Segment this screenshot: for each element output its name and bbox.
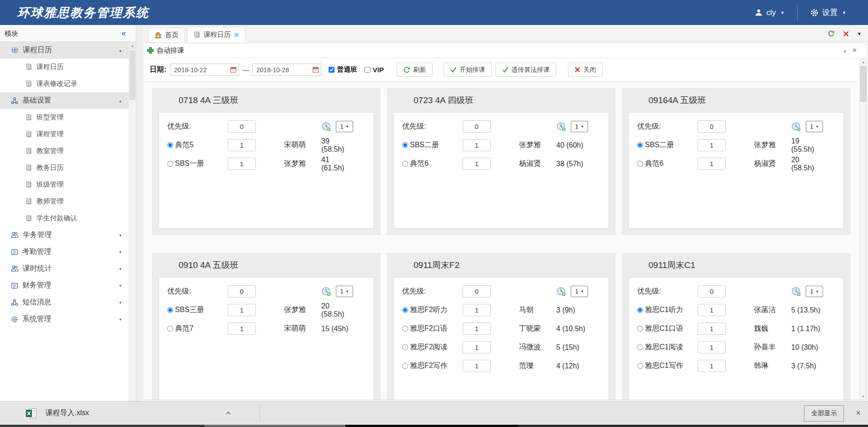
sidebar-group-3[interactable]: 学务管理 ▾ <box>0 227 136 243</box>
clock-add-icon[interactable] <box>791 122 801 132</box>
date-to-input[interactable] <box>253 66 312 74</box>
priority-input[interactable] <box>463 285 491 298</box>
download-file-name[interactable]: 课程导入.xlsx <box>45 408 89 418</box>
priority-input[interactable] <box>228 120 256 133</box>
priority-input[interactable] <box>228 285 256 298</box>
sidebar-item[interactable]: 课程管理 <box>0 126 136 143</box>
sidebar-item[interactable]: 课表修改记录 <box>0 75 136 92</box>
slot-select[interactable]: 1 ▼ <box>571 121 588 132</box>
show-all-downloads-button[interactable]: 全部显示 <box>804 405 844 422</box>
sidebar-group-6[interactable]: 财务管理 ▾ <box>0 277 136 294</box>
course-radio[interactable] <box>637 326 643 332</box>
sidebar-item[interactable]: 教室管理 <box>0 143 136 159</box>
course-count-input[interactable] <box>698 158 726 170</box>
sidebar-item[interactable]: 课程日历 <box>0 59 136 75</box>
start-scheduling-button[interactable]: 开始排课 <box>444 63 492 77</box>
course-radio[interactable] <box>637 142 643 148</box>
slot-select[interactable]: 1 ▼ <box>806 121 823 132</box>
sidebar-group-7[interactable]: 短信消息 ▾ <box>0 294 136 311</box>
sidebar-group-8[interactable]: 系统管理 ▾ <box>0 311 136 328</box>
course-count-input[interactable] <box>698 323 726 335</box>
tab-course-calendar[interactable]: 课程日历 <box>187 27 245 42</box>
sidebar-group-5[interactable]: 课时统计 ▾ <box>0 260 136 277</box>
priority-input[interactable] <box>463 120 491 133</box>
slot-select[interactable]: 1 ▼ <box>571 286 588 297</box>
course-radio[interactable] <box>402 307 408 313</box>
panel-scrollbar[interactable]: ▲ ▼ <box>859 58 867 400</box>
slot-select[interactable]: 1 ▼ <box>336 121 353 132</box>
sidebar-item[interactable]: 班级管理 <box>0 176 136 193</box>
course-count-input[interactable] <box>228 158 256 170</box>
course-count-input[interactable] <box>698 360 726 372</box>
clock-add-icon[interactable] <box>321 287 331 297</box>
scroll-up-icon[interactable]: ▲ <box>860 58 867 65</box>
priority-input[interactable] <box>698 120 726 133</box>
normal-class-checkbox[interactable] <box>329 67 334 73</box>
calendar-icon[interactable] <box>230 66 237 73</box>
layout-splitter[interactable] <box>136 25 142 401</box>
course-radio[interactable] <box>637 344 643 350</box>
sidebar-group-1[interactable]: 课程日历 ▴ <box>0 42 136 59</box>
course-count-input[interactable] <box>463 158 491 170</box>
course-count-input[interactable] <box>463 139 491 151</box>
course-radio[interactable] <box>402 344 408 350</box>
slot-select[interactable]: 1 ▼ <box>806 286 823 297</box>
course-count-input[interactable] <box>228 323 256 335</box>
tab-list-dropdown-icon[interactable]: ▼ <box>857 31 862 36</box>
course-radio[interactable] <box>167 307 173 313</box>
vip-label[interactable]: VIP <box>373 66 384 74</box>
sidebar-scrollbar[interactable]: ▲ <box>129 42 136 401</box>
sidebar-group-2[interactable]: 基础设置 ▴ <box>0 92 136 109</box>
normal-class-label[interactable]: 普通班 <box>337 65 357 74</box>
slot-select[interactable]: 1 ▼ <box>336 286 353 297</box>
course-count-input[interactable] <box>698 341 726 353</box>
priority-input[interactable] <box>698 285 726 298</box>
download-options-chevron-icon[interactable] <box>225 411 231 415</box>
course-radio[interactable] <box>402 363 408 369</box>
course-count-input[interactable] <box>463 304 491 316</box>
course-count-input[interactable] <box>463 323 491 335</box>
refresh-tab-icon[interactable] <box>828 30 835 37</box>
course-radio[interactable] <box>402 326 408 332</box>
download-bar-close-icon[interactable]: × <box>856 408 861 418</box>
course-count-input[interactable] <box>463 341 491 353</box>
course-count-input[interactable] <box>463 360 491 372</box>
course-radio[interactable] <box>167 326 173 332</box>
settings-menu[interactable]: 设置 ▼ <box>810 7 846 18</box>
course-count-input[interactable] <box>698 139 726 151</box>
course-radio[interactable] <box>637 307 643 313</box>
user-menu[interactable]: cly ▼ <box>755 8 784 17</box>
genetic-scheduling-button[interactable]: 遗传算法排课 <box>495 63 556 77</box>
calendar-icon[interactable] <box>312 66 319 73</box>
course-radio[interactable] <box>637 161 643 167</box>
scroll-down-icon[interactable]: ▼ <box>860 392 867 400</box>
course-count-input[interactable] <box>228 304 256 316</box>
course-count-input[interactable] <box>228 139 256 151</box>
sidebar-item[interactable]: 教师管理 <box>0 193 136 210</box>
tab-close-icon[interactable] <box>234 32 239 37</box>
scrollbar-thumb[interactable] <box>130 50 135 100</box>
vip-checkbox[interactable] <box>364 67 370 73</box>
course-count-input[interactable] <box>698 304 726 316</box>
tab-home[interactable]: 首页 <box>148 28 185 42</box>
clock-add-icon[interactable] <box>556 122 566 132</box>
close-tab-icon[interactable] <box>843 31 849 37</box>
sidebar-group-4[interactable]: 考勤管理 ▾ <box>0 243 136 260</box>
clock-add-icon[interactable] <box>321 122 331 132</box>
course-radio[interactable] <box>167 142 173 148</box>
course-radio[interactable] <box>637 363 643 369</box>
sidebar-item[interactable]: 教务日历 <box>0 159 136 176</box>
sidebar-item[interactable]: 学生付款确认 <box>0 210 136 227</box>
course-radio[interactable] <box>402 161 408 167</box>
sidebar-item[interactable]: 班型管理 <box>0 109 136 126</box>
refresh-button[interactable]: 刷新 <box>397 63 433 77</box>
panel-close-icon[interactable]: × <box>853 46 857 55</box>
course-radio[interactable] <box>402 142 408 148</box>
sidebar-collapse-button[interactable]: « <box>121 25 126 41</box>
scrollbar-thumb[interactable] <box>860 66 866 102</box>
clock-add-icon[interactable] <box>791 287 801 297</box>
date-from-input[interactable] <box>170 66 230 74</box>
close-button[interactable]: 关闭 <box>568 63 603 77</box>
panel-minimize-icon[interactable]: ▴ <box>843 48 846 54</box>
scroll-up-icon[interactable]: ▲ <box>129 42 136 49</box>
